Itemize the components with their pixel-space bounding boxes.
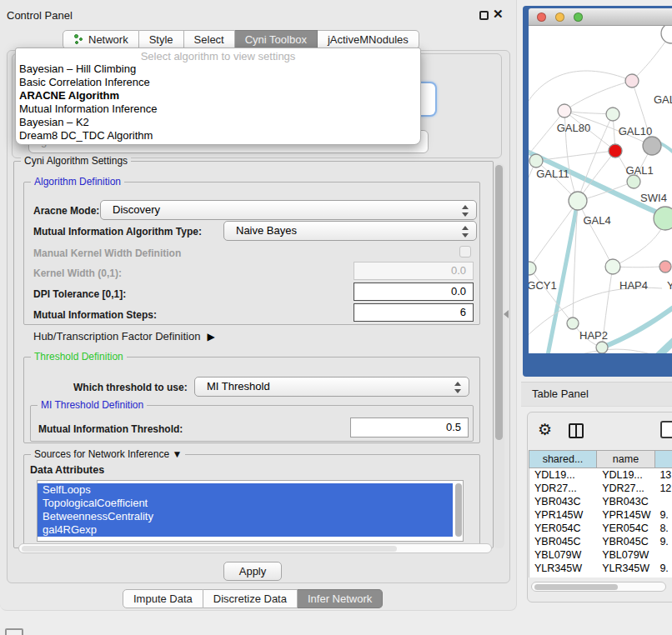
attribute-item-selected[interactable]: gal4RGexp	[38, 523, 453, 537]
table-row[interactable]: YDL19...YDL19...13	[529, 468, 672, 482]
table-cell: YER054C	[597, 522, 654, 535]
table-cell: YDL19...	[597, 468, 654, 482]
network-node[interactable]	[643, 137, 661, 155]
network-node[interactable]	[659, 261, 671, 272]
network-node-label: GAL1	[625, 164, 653, 177]
tab-network[interactable]: Network	[63, 30, 139, 49]
network-node-label: GCY1	[529, 279, 557, 292]
algorithm-option[interactable]: ARACNE Algorithm	[16, 89, 420, 102]
table-row[interactable]: YDR27...YDR27...12	[529, 482, 672, 495]
minimize-traffic-light-icon[interactable]	[555, 12, 564, 22]
float-panel-button[interactable]	[479, 11, 489, 20]
attribute-item-selected[interactable]: BetweennessCentrality	[38, 510, 453, 523]
column-header[interactable]: name	[597, 450, 655, 468]
column-header[interactable]: shared...	[529, 450, 597, 468]
network-node[interactable]	[567, 318, 579, 329]
dpi-tolerance-field[interactable]: 0.0	[354, 282, 474, 301]
algorithm-option[interactable]: Bayesian – Hill Climbing	[16, 62, 420, 76]
table-cell: 9.	[654, 535, 672, 548]
tab-discretize-data[interactable]: Discretize Data	[203, 589, 298, 608]
table-row[interactable]: YER054CYER054C8.	[529, 522, 672, 535]
tab-impute-data[interactable]: Impute Data	[123, 589, 203, 608]
table-row[interactable]: YBR043CYBR043C	[529, 495, 672, 508]
network-node[interactable]	[609, 144, 622, 158]
network-node[interactable]	[606, 108, 619, 121]
attribute-item-selected[interactable]: SelfLoops	[38, 483, 453, 497]
network-node[interactable]	[529, 262, 536, 275]
gear-icon[interactable]: ⚙	[538, 420, 552, 439]
table-row[interactable]: YIL052CYIL052C9.	[529, 575, 672, 578]
table-cell: YBR043C	[597, 495, 654, 508]
network-node[interactable]	[654, 207, 672, 230]
network-node[interactable]	[627, 175, 640, 188]
tab-cyni-toolbox[interactable]: Cyni Toolbox	[235, 30, 318, 49]
control-panel-tab-bar: NetworkStyleSelectCyni ToolboxjActiveMNo…	[63, 30, 419, 49]
mi-threshold-legend: MI Threshold Definition	[38, 399, 147, 411]
table-row[interactable]: YPR145WYPR145W9.	[529, 508, 672, 522]
manual-kernel-checkbox[interactable]	[459, 246, 471, 258]
attribute-item-selected[interactable]: TopologicalCoefficient	[38, 497, 453, 510]
network-edge	[529, 268, 573, 323]
network-edge	[529, 161, 536, 242]
network-canvas[interactable]: GALGAL80GAL10GAL1GAL11SWI4GAL4GCY1HAP4YH…	[529, 26, 672, 353]
table-hscrollbar-thumb[interactable]	[534, 584, 618, 590]
table-row[interactable]: YLR345WYLR345W9.	[529, 562, 672, 575]
tab-style[interactable]: Style	[139, 30, 184, 49]
network-edge	[602, 294, 672, 348]
mi-type-label: Mutual Information Algorithm Type:	[33, 226, 202, 238]
table-cell: 12	[654, 482, 672, 495]
tab-jactivemnodules[interactable]: jActiveMNodules	[318, 30, 419, 49]
settings-scrollbar-thumb[interactable]	[495, 165, 503, 440]
tab-select[interactable]: Select	[184, 30, 235, 49]
table-hscrollbar[interactable]	[531, 582, 666, 592]
which-threshold-combobox[interactable]: MI Threshold	[194, 377, 469, 397]
zoom-traffic-light-icon[interactable]	[574, 12, 583, 22]
mi-threshold-field[interactable]: 0.5	[350, 418, 469, 438]
table-cell: YPR145W	[597, 508, 654, 522]
network-node[interactable]	[558, 104, 571, 118]
network-edge	[529, 111, 564, 159]
sources-legend[interactable]: Sources for Network Inference ▼	[31, 448, 185, 460]
network-node[interactable]	[596, 342, 608, 353]
algorithm-option[interactable]: Bayesian – K2	[16, 116, 420, 129]
network-window-titlebar[interactable]	[529, 8, 672, 26]
network-edge	[547, 201, 578, 353]
network-node[interactable]	[569, 192, 587, 210]
hub-definition-expander[interactable]: Hub/Transcription Factor Definition ▶	[33, 330, 215, 342]
table-row[interactable]: YBL079WYBL079W	[529, 548, 672, 562]
network-tab-icon	[73, 34, 84, 45]
table-body: YDL19...YDL19...13YDR27...YDR27...12YBR0…	[529, 468, 672, 578]
mi-threshold-label: Mutual Information Threshold:	[38, 423, 183, 435]
data-attributes-label: Data Attributes	[30, 464, 104, 476]
network-node-label: SWI4	[640, 192, 667, 204]
mi-type-combobox[interactable]: Naive Bayes	[223, 221, 477, 241]
attributes-scrollbar-thumb[interactable]	[455, 483, 462, 537]
network-node[interactable]	[529, 154, 543, 168]
network-node[interactable]	[625, 74, 639, 88]
algorithm-option[interactable]: Basic Correlation Inference	[16, 76, 420, 89]
settings-scrollbar[interactable]	[494, 163, 504, 548]
data-attributes-list: SelfLoopsTopologicalCoefficientBetweenne…	[37, 480, 464, 542]
aracne-mode-combobox[interactable]: Discovery	[100, 200, 477, 220]
network-node[interactable]	[605, 259, 620, 274]
settings-hscrollbar-thumb[interactable]	[22, 546, 397, 552]
kernel-width-field[interactable]: 0.0	[354, 262, 474, 280]
panel-mode-icon[interactable]	[660, 421, 672, 438]
column-header[interactable]	[655, 450, 672, 468]
algorithm-option[interactable]: Dream8 DC_TDC Algorithm	[16, 129, 420, 142]
apply-button[interactable]: Apply	[223, 562, 282, 581]
table-cell: 8.	[654, 522, 672, 535]
table-row[interactable]: YBR045CYBR045C9.	[529, 535, 672, 548]
table-cell: 13	[654, 468, 672, 482]
close-traffic-light-icon[interactable]	[537, 12, 546, 22]
network-node[interactable]	[661, 26, 672, 43]
tab-infer-network[interactable]: Infer Network	[298, 589, 383, 608]
mi-steps-field[interactable]: 6	[354, 303, 474, 322]
splitpane-collapse-handle[interactable]	[504, 310, 509, 318]
table-cell: 9.	[654, 508, 672, 522]
columns-icon[interactable]	[569, 423, 584, 438]
close-panel-button[interactable]: ✕	[493, 7, 504, 22]
algorithm-option[interactable]: Mutual Information Inference	[16, 102, 420, 116]
settings-hscrollbar[interactable]	[18, 543, 492, 553]
minimized-panel-icon[interactable]	[5, 628, 23, 635]
